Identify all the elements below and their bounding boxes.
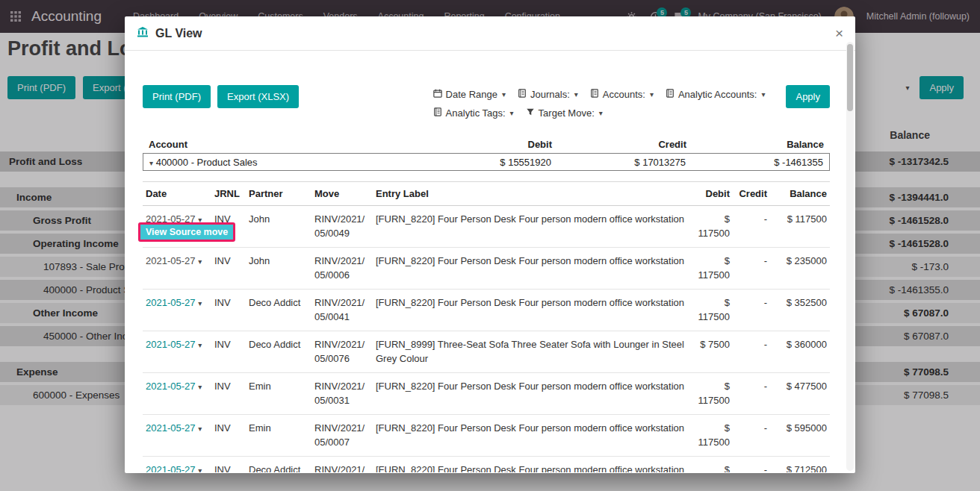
summary-account: 400000 - Product Sales: [156, 157, 258, 168]
summary-header-debit: Debit: [410, 139, 552, 150]
chevron-down-icon: ▾: [761, 85, 765, 104]
chevron-down-icon[interactable]: ▾: [198, 425, 202, 433]
entry-balance: $ 712500: [770, 457, 830, 473]
entry-balance: $ 117500: [770, 206, 830, 248]
entry-partner: Deco Addict: [246, 457, 311, 473]
close-icon[interactable]: ×: [835, 26, 843, 40]
entry-debit: $ 117500: [691, 373, 733, 415]
entry-jrnl: INV: [211, 248, 246, 290]
gl-apply-button[interactable]: Apply: [786, 85, 830, 108]
gl-export-xlsx-button[interactable]: Export (XLSX): [217, 85, 299, 108]
entry-credit: -: [733, 415, 770, 457]
entry-move: RINV/2021/05/0076: [311, 331, 373, 373]
entry-move: RINV/2021/05/0031: [311, 373, 373, 415]
entry-move: RINV/2021/05/0006: [311, 248, 373, 290]
entry-date-link[interactable]: 2021-05-27: [146, 339, 196, 350]
filter-icon: [526, 104, 535, 122]
journal-icon: [590, 85, 599, 104]
bank-icon: [137, 26, 149, 41]
entry-debit: $ 117500: [691, 415, 733, 457]
filter-line-2: Analytic Tags:▾Target Move:▾: [433, 104, 778, 122]
entry-debit: $ 7500: [691, 331, 733, 373]
entry-credit: -: [733, 373, 770, 415]
entry-label: [FURN_8220] Four Person Desk Four person…: [373, 248, 691, 290]
filter-target-move[interactable]: Target Move:▾: [526, 104, 603, 122]
entry-debit: $ 117500: [691, 457, 733, 473]
column-header-date: Date: [143, 182, 211, 206]
chevron-down-icon[interactable]: ▾: [198, 466, 202, 472]
summary-balance: $ -1461355: [686, 157, 823, 168]
entry-label: [FURN_8220] Four Person Desk Four person…: [373, 457, 691, 473]
gl-entry-row: 2021-05-27 ▾INVDeco AddictRINV/2021/05/0…: [143, 457, 830, 473]
calendar-icon: [433, 85, 442, 104]
modal-scrollbar[interactable]: [846, 42, 854, 471]
chevron-down-icon: ▾: [599, 104, 603, 122]
filter-label: Analytic Accounts:: [678, 85, 757, 104]
entry-jrnl: INV: [211, 290, 246, 331]
modal-title: GL View: [155, 27, 202, 40]
journal-icon: [666, 85, 674, 104]
filter-analytic-tags[interactable]: Analytic Tags:▾: [433, 104, 514, 122]
gl-entry-row: 2021-05-27 ▾INVJohnRINV/2021/05/0049[FUR…: [143, 206, 830, 248]
filter-journals[interactable]: Journals:▾: [518, 85, 578, 104]
chevron-down-icon: ▾: [510, 104, 514, 122]
entry-balance: $ 360000: [770, 331, 830, 373]
entry-partner: Emin: [246, 373, 311, 415]
entry-partner: Deco Addict: [246, 290, 311, 331]
entry-move: RINV/2021/05/0041: [311, 290, 373, 331]
scrollbar-thumb[interactable]: [847, 44, 853, 111]
gl-entry-row: 2021-05-27 ▾INVDeco AddictRINV/2021/05/0…: [143, 290, 830, 331]
entry-date-link[interactable]: 2021-05-27: [146, 297, 196, 308]
entry-label: [FURN_8220] Four Person Desk Four person…: [373, 206, 691, 248]
gl-print-pdf-button[interactable]: Print (PDF): [143, 85, 211, 108]
entry-date-link[interactable]: 2021-05-27: [146, 381, 196, 392]
chevron-down-icon[interactable]: ▾: [198, 299, 202, 307]
entry-balance: $ 477500: [770, 373, 830, 415]
chevron-down-icon: ▾: [650, 85, 654, 104]
journal-icon: [433, 104, 442, 122]
view-source-move-annotation[interactable]: View Source move: [138, 222, 235, 242]
summary-header-balance: Balance: [686, 139, 824, 150]
filter-label: Date Range: [446, 85, 497, 104]
account-summary: Account Debit Credit Balance ▾ 400000 - …: [143, 136, 830, 171]
chevron-down-icon[interactable]: ▾: [198, 383, 202, 391]
entry-debit: $ 117500: [691, 290, 733, 331]
entry-credit: -: [733, 457, 770, 473]
screen: Accounting DashboardOverviewCustomersVen…: [0, 0, 980, 491]
chevron-down-icon[interactable]: ▾: [198, 341, 202, 349]
gl-view-modal: GL View × Print (PDF) Export (XLSX) Date…: [125, 16, 855, 473]
entry-debit: $ 117500: [691, 248, 733, 290]
entry-balance: $ 352500: [770, 290, 830, 331]
gl-toolbar: Print (PDF) Export (XLSX) Date Range▾Jou…: [143, 85, 830, 122]
filter-accounts[interactable]: Accounts:▾: [590, 85, 654, 104]
filter-analytic-accounts[interactable]: Analytic Accounts:▾: [666, 85, 766, 104]
summary-header-account: Account: [149, 139, 410, 150]
entry-jrnl: INV: [211, 415, 246, 457]
entry-credit: -: [733, 290, 770, 331]
entry-credit: -: [733, 331, 770, 373]
chevron-down-icon[interactable]: ▾: [198, 257, 202, 266]
summary-header-credit: Credit: [552, 139, 686, 150]
gl-entry-row: 2021-05-27 ▾INVDeco AddictRINV/2021/05/0…: [143, 331, 830, 373]
entry-partner: John: [246, 248, 311, 290]
chevron-down-icon: ▾: [574, 85, 578, 104]
chevron-down-icon[interactable]: ▾: [149, 159, 153, 167]
gl-entry-row: 2021-05-27 ▾INVEminRINV/2021/05/0007[FUR…: [143, 415, 830, 457]
entry-jrnl: INV: [211, 331, 246, 373]
filter-date-range[interactable]: Date Range▾: [433, 85, 506, 104]
entry-label: [FURN_8220] Four Person Desk Four person…: [373, 290, 691, 331]
filter-label: Target Move:: [539, 104, 595, 122]
entry-credit: -: [733, 206, 770, 248]
entry-move: RINV/2021/05/0046: [311, 457, 373, 473]
entry-credit: -: [733, 248, 770, 290]
gl-entry-row: 2021-05-27 ▾INVJohnRINV/2021/05/0006[FUR…: [143, 248, 830, 290]
entry-label: [FURN_8999] Three-Seat Sofa Three Seater…: [373, 331, 691, 373]
summary-debit: $ 15551920: [409, 157, 551, 168]
entry-date-link[interactable]: 2021-05-27: [146, 464, 196, 472]
column-header-label: Entry Label: [373, 182, 691, 206]
column-header-debit: Debit: [691, 182, 733, 206]
entry-date-link[interactable]: 2021-05-27: [146, 255, 196, 266]
entry-date-link[interactable]: 2021-05-27: [146, 422, 196, 434]
entry-balance: $ 235000: [770, 248, 830, 290]
account-summary-row[interactable]: ▾ 400000 - Product Sales $ 15551920 $ 17…: [143, 153, 830, 171]
